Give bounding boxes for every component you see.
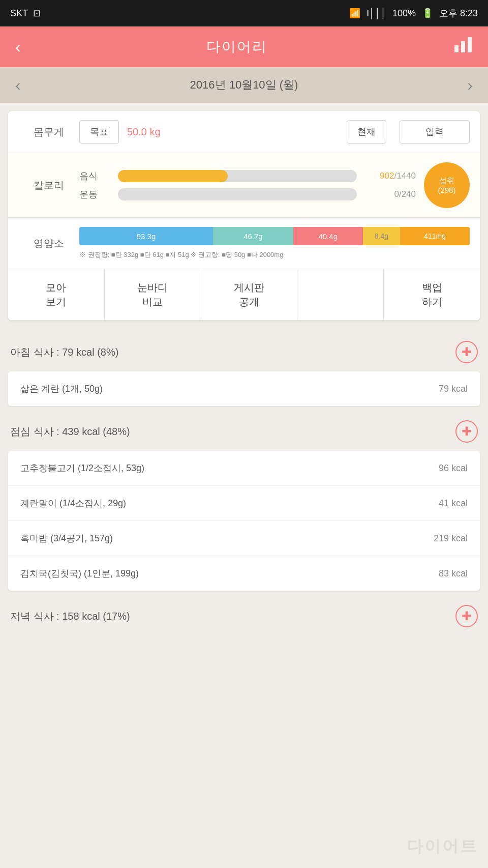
breakfast-item-0[interactable]: 삶은 계란 (1개, 50g) 79 kcal [8,371,480,406]
action-buttons: 모아보기 눈바디비교 게시판공개 백업하기 [8,269,480,321]
gesipan-button[interactable]: 게시판공개 [201,269,298,320]
lunch-item-1-kcal: 41 kcal [439,498,468,509]
calorie-label: 칼로리 [18,179,79,192]
svg-rect-0 [454,45,459,52]
nutrition-bars: 93.3g 46.7g 40.4g 8.4g 411mg [79,227,470,245]
add-lunch-icon: ✚ [462,424,472,439]
breakfast-title: 아침 식사 : 79 kcal (8%) [10,345,118,359]
exercise-calorie-item: 운동 0/240 [79,188,416,200]
nunbadi-button[interactable]: 눈바디비교 [105,269,201,320]
food-label: 음식 [79,170,110,182]
fat-bar: 40.4g [293,227,363,245]
svg-rect-1 [461,41,465,52]
dinner-header: 저녁 식사 : 158 kcal (17%) ✚ [8,593,480,635]
breakfast-item-0-name: 삶은 계란 (1개, 50g) [20,383,103,395]
lunch-item-0[interactable]: 고추장불고기 (1/2소접시, 53g) 96 kcal [8,451,480,486]
wifi-icon: 📶 [349,8,360,19]
sugar-bar: 8.4g [363,227,401,245]
lunch-item-3[interactable]: 김치국(김칫국) (1인분, 199g) 83 kcal [8,556,480,591]
status-left: SKT ⊡ [10,8,41,19]
empty-action [297,269,384,320]
food-calorie-numbers: 902/1440 [365,171,416,181]
status-bar: SKT ⊡ 📶 Ⅰ│││ 100% 🔋 오후 8:23 [0,0,488,26]
time-label: 오후 8:23 [439,7,478,19]
prev-date-button[interactable]: ‹ [15,76,21,95]
food-calorie-item: 음식 902/1440 [79,170,416,182]
breakfast-item-0-kcal: 79 kcal [439,384,468,394]
date-navigation: ‹ 2016년 10월10일 (월) › [0,67,488,103]
lunch-section: 점심 식사 : 439 kcal (48%) ✚ 고추장불고기 (1/2소접시,… [0,408,488,591]
back-button[interactable]: ‹ [15,38,21,56]
watermark: 다이어트 [407,835,478,858]
carb-bar: 93.3g [79,227,213,245]
next-date-button[interactable]: › [467,76,473,95]
lunch-item-2[interactable]: 흑미밥 (3/4공기, 157g) 219 kcal [8,521,480,556]
weight-label: 몸무게 [18,125,79,139]
input-button[interactable]: 입력 [400,120,470,143]
add-dinner-button[interactable]: ✚ [455,605,478,627]
calorie-content: 음식 902/1440 운동 0/240 [79,170,416,200]
dinner-title: 저녁 식사 : 158 kcal (17%) [10,610,130,623]
current-date: 2016년 10월10일 (월) [190,77,298,93]
main-card: 몸무게 목표 50.0 kg 현재 입력 칼로리 음식 902/1440 운동 [8,111,480,321]
current-button[interactable]: 현재 [347,120,386,143]
exercise-calorie-numbers: 0/240 [365,189,416,199]
protein-bar: 46.7g [213,227,293,245]
battery-label: 100% [392,8,416,19]
svg-rect-2 [468,37,472,52]
add-breakfast-button[interactable]: ✚ [455,341,478,363]
signal-icon: Ⅰ│││ [367,8,386,19]
add-lunch-button[interactable]: ✚ [455,420,478,443]
add-dinner-icon: ✚ [462,609,472,623]
food-progress-container [118,170,357,182]
nutrition-note: ※ 권장량: ■탄 332g ■단 61g ■지 51g ※ 권고량: ■당 5… [79,250,470,259]
exercise-progress-container [118,188,357,200]
app-header: ‹ 다이어리 [0,26,488,67]
page-title: 다이어리 [206,37,267,56]
goal-value: 50.0 kg [127,126,161,138]
breakfast-section: 아침 식사 : 79 kcal (8%) ✚ 삶은 계란 (1개, 50g) 7… [0,329,488,406]
goal-button[interactable]: 목표 [79,120,119,143]
screen-icon: ⊡ [33,8,41,19]
breakfast-items: 삶은 계란 (1개, 50g) 79 kcal [8,371,480,406]
nutrition-content: 93.3g 46.7g 40.4g 8.4g 411mg ※ 권장량: ■탄 3… [79,227,470,259]
weight-row: 몸무게 목표 50.0 kg 현재 입력 [8,111,480,153]
weight-controls: 목표 50.0 kg 현재 입력 [79,120,470,143]
add-breakfast-icon: ✚ [462,345,472,359]
nutrition-label: 영양소 [18,237,79,250]
battery-icon: 🔋 [422,8,433,19]
calorie-row: 칼로리 음식 902/1440 운동 0/240 [8,153,480,218]
breakfast-header: 아침 식사 : 79 kcal (8%) ✚ [8,329,480,371]
chart-icon[interactable] [453,36,473,57]
lunch-item-3-kcal: 83 kcal [439,568,468,579]
food-progress-bar [118,170,228,182]
lunch-item-1-name: 계란말이 (1/4소접시, 29g) [20,497,126,509]
moabogi-button[interactable]: 모아보기 [8,269,105,320]
nutrition-row: 영양소 93.3g 46.7g 40.4g 8.4g 411mg [8,218,480,269]
lunch-header: 점심 식사 : 439 kcal (48%) ✚ [8,408,480,451]
dinner-section: 저녁 식사 : 158 kcal (17%) ✚ [0,593,488,635]
lunch-item-3-name: 김치국(김칫국) (1인분, 199g) [20,567,139,580]
lunch-item-0-name: 고추장불고기 (1/2소접시, 53g) [20,462,144,474]
sodium-bar: 411mg [400,227,470,245]
status-right: 📶 Ⅰ│││ 100% 🔋 오후 8:23 [349,7,478,19]
lunch-item-2-name: 흑미밥 (3/4공기, 157g) [20,532,113,544]
calorie-circle: 섭취 (298) [424,162,470,208]
lunch-item-0-kcal: 96 kcal [439,463,468,474]
lunch-item-1[interactable]: 계란말이 (1/4소접시, 29g) 41 kcal [8,486,480,521]
carrier-label: SKT [10,8,28,19]
exercise-label: 운동 [79,188,110,200]
lunch-item-2-kcal: 219 kcal [434,533,468,544]
lunch-title: 점심 식사 : 439 kcal (48%) [10,425,130,439]
lunch-items: 고추장불고기 (1/2소접시, 53g) 96 kcal 계란말이 (1/4소접… [8,451,480,591]
backup-button[interactable]: 백업하기 [384,269,480,320]
